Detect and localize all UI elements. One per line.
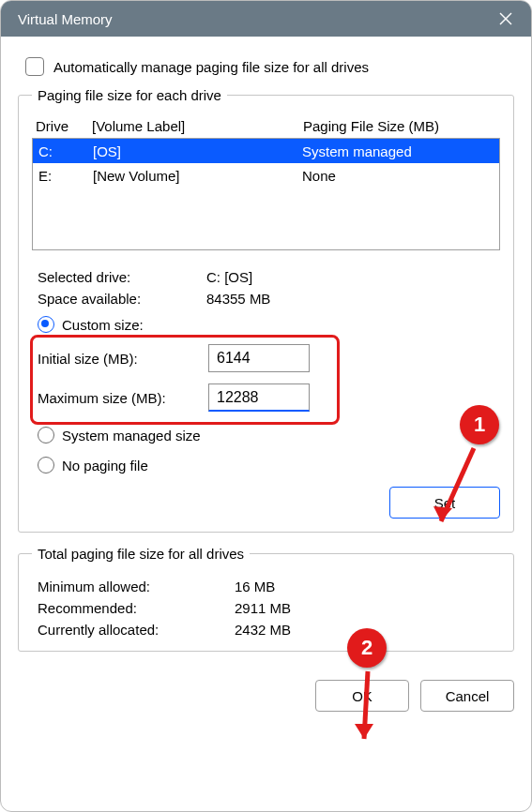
radio-custom-size[interactable]: Custom size: — [38, 316, 500, 333]
radio-system-managed-button[interactable] — [38, 427, 54, 444]
drive-row[interactable]: C: [OS] System managed — [33, 139, 499, 163]
radio-custom-size-label: Custom size: — [62, 317, 144, 333]
space-available-row: Space available: 84355 MB — [38, 291, 500, 307]
dialog-content: Automatically manage paging file size fo… — [1, 37, 531, 811]
cancel-button[interactable]: Cancel — [420, 680, 514, 712]
maximum-size-input[interactable] — [208, 383, 310, 412]
per-drive-legend: Paging file size for each drive — [32, 87, 227, 103]
initial-size-row: Initial size (MB): — [38, 338, 500, 378]
auto-manage-checkbox[interactable] — [25, 57, 44, 76]
maximum-size-row: Maximum size (MB): — [38, 378, 500, 417]
set-button[interactable]: Set — [389, 487, 500, 519]
window-title: Virtual Memory — [18, 11, 113, 27]
recommended-label: Recommended: — [38, 600, 235, 616]
min-allowed-value: 16 MB — [235, 579, 275, 594]
per-drive-group: Paging file size for each drive Drive [V… — [18, 87, 514, 533]
dialog-footer: OK Cancel — [18, 680, 514, 712]
radio-no-paging-label: No paging file — [62, 458, 148, 474]
totals-group: Total paging file size for all drives Mi… — [18, 546, 514, 652]
radio-system-managed[interactable]: System managed size — [38, 427, 500, 444]
recommended-value: 2911 MB — [235, 600, 291, 616]
space-available-value: 84355 MB — [206, 291, 500, 307]
min-allowed-label: Minimum allowed: — [38, 579, 235, 594]
header-paging-size: Paging File Size (MB) — [303, 118, 500, 134]
selected-drive-label: Selected drive: — [38, 269, 206, 285]
radio-custom-size-button[interactable] — [38, 316, 54, 333]
recommended-row: Recommended: 2911 MB — [38, 600, 500, 616]
initial-size-input[interactable] — [208, 344, 310, 372]
virtual-memory-dialog: Virtual Memory Automatically manage pagi… — [0, 0, 532, 812]
currently-allocated-label: Currently allocated: — [38, 622, 235, 638]
ok-button[interactable]: OK — [315, 680, 409, 712]
auto-manage-row[interactable]: Automatically manage paging file size fo… — [25, 57, 514, 76]
totals-legend: Total paging file size for all drives — [32, 546, 250, 562]
close-icon — [499, 12, 512, 25]
drive-letter: C: — [38, 143, 93, 159]
drive-paging: None — [302, 168, 494, 184]
selected-drive-value: C: [OS] — [206, 269, 500, 285]
close-button[interactable] — [484, 1, 527, 37]
currently-allocated-row: Currently allocated: 2432 MB — [38, 622, 500, 638]
initial-size-label: Initial size (MB): — [38, 351, 208, 367]
header-volume: [Volume Label] — [92, 118, 303, 134]
radio-system-managed-label: System managed size — [62, 428, 201, 444]
min-allowed-row: Minimum allowed: 16 MB — [38, 579, 500, 594]
drive-letter: E: — [38, 168, 93, 184]
drive-volume: [New Volume] — [93, 168, 302, 184]
selected-drive-row: Selected drive: C: [OS] — [38, 269, 500, 285]
drive-list[interactable]: C: [OS] System managed E: [New Volume] N… — [32, 138, 500, 250]
drive-list-headers: Drive [Volume Label] Paging File Size (M… — [36, 118, 500, 134]
drive-row[interactable]: E: [New Volume] None — [33, 163, 499, 188]
drive-paging: System managed — [302, 143, 494, 159]
custom-size-block: Initial size (MB): Maximum size (MB): — [38, 338, 500, 417]
drive-volume: [OS] — [93, 143, 302, 159]
space-available-label: Space available: — [38, 291, 206, 307]
radio-no-paging[interactable]: No paging file — [38, 457, 500, 474]
maximum-size-label: Maximum size (MB): — [38, 390, 208, 406]
header-drive: Drive — [36, 118, 92, 134]
titlebar[interactable]: Virtual Memory — [1, 1, 531, 37]
currently-allocated-value: 2432 MB — [235, 622, 291, 638]
radio-no-paging-button[interactable] — [38, 457, 54, 474]
auto-manage-label: Automatically manage paging file size fo… — [53, 59, 369, 75]
